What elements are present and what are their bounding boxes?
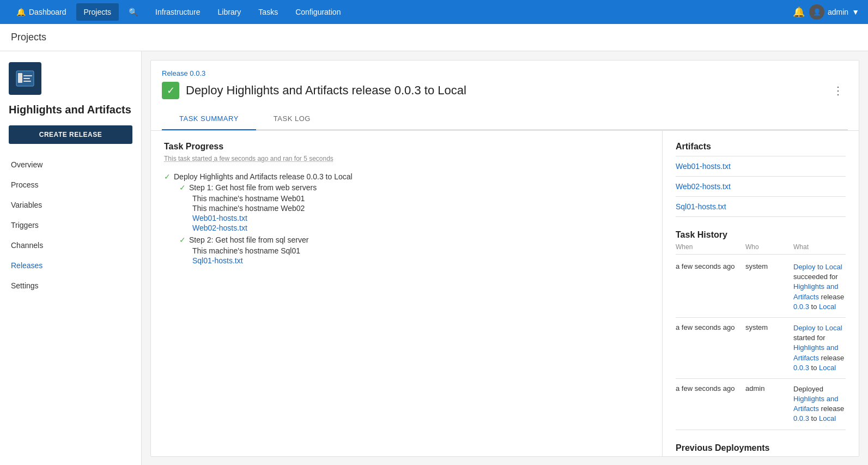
nav-library[interactable]: Library bbox=[210, 3, 249, 21]
sidebar-item-process[interactable]: Process bbox=[9, 175, 132, 195]
release-title: Deploy Highlights and Artifacts release … bbox=[186, 83, 822, 98]
sidebar-item-variables[interactable]: Variables bbox=[9, 195, 132, 215]
step1-child-3[interactable]: Web02-hosts.txt bbox=[192, 224, 649, 232]
step1-children: This machine's hostname Web01 This machi… bbox=[179, 194, 649, 232]
step2-check-icon: ✓ bbox=[179, 235, 186, 244]
history-1-link4[interactable]: Local bbox=[819, 364, 836, 372]
more-options-button[interactable]: ⋮ bbox=[828, 82, 848, 99]
started-time: a few seconds ago bbox=[214, 155, 268, 162]
history-1-who: system bbox=[745, 323, 789, 331]
svg-rect-2 bbox=[23, 75, 32, 76]
nav-tasks[interactable]: Tasks bbox=[251, 3, 286, 21]
root-task-item: ✓ Deploy Highlights and Artifacts releas… bbox=[164, 172, 649, 265]
step1-label: Step 1: Get host file from web servers bbox=[189, 183, 317, 192]
sidebar-settings-label: Settings bbox=[11, 281, 39, 290]
svg-rect-4 bbox=[23, 81, 31, 82]
sidebar-releases-label: Releases bbox=[11, 261, 43, 270]
history-1-link3[interactable]: 0.0.3 bbox=[793, 364, 809, 372]
step2-item: ✓ Step 2: Get host file from sql server … bbox=[179, 235, 649, 265]
step1-child-2-link: Web01-hosts.txt bbox=[192, 214, 247, 222]
sidebar-item-triggers[interactable]: Triggers bbox=[9, 215, 132, 235]
project-name: Highlights and Artifacts bbox=[9, 102, 132, 117]
step1-child-1: This machine's hostname Web02 bbox=[192, 204, 649, 213]
sidebar-item-channels[interactable]: Channels bbox=[9, 235, 132, 256]
tabs-row: TASK SUMMARY TASK LOG bbox=[162, 108, 848, 130]
task-history-title: Task History bbox=[676, 230, 846, 240]
page-title: Projects bbox=[11, 32, 857, 43]
project-logo-icon bbox=[15, 69, 35, 88]
col-when: When bbox=[676, 243, 741, 251]
artifact-1-link[interactable]: Web02-hosts.txt bbox=[676, 177, 846, 197]
sidebar-variables-label: Variables bbox=[11, 201, 42, 209]
step2-child-1[interactable]: Sql01-hosts.txt bbox=[192, 256, 649, 265]
history-1-mid3: to bbox=[811, 364, 819, 372]
search-icon: 🔍 bbox=[129, 8, 138, 16]
nav-dashboard[interactable]: 🔔 Dashboard bbox=[9, 3, 74, 21]
history-2-link2[interactable]: 0.0.3 bbox=[793, 414, 809, 422]
task-summary-panel: Task Progress This task started a few se… bbox=[151, 131, 663, 457]
success-check-icon: ✓ bbox=[162, 82, 179, 99]
right-panel: Artifacts Web01-hosts.txt Web02-hosts.tx… bbox=[663, 131, 859, 457]
tab-task-log[interactable]: TASK LOG bbox=[256, 108, 328, 130]
tab-task-summary[interactable]: TASK SUMMARY bbox=[162, 108, 256, 130]
nav-tasks-label: Tasks bbox=[258, 8, 278, 16]
sidebar-channels-label: Channels bbox=[11, 241, 43, 250]
history-0-link1[interactable]: Deploy to Local bbox=[793, 263, 842, 271]
nav-configuration[interactable]: Configuration bbox=[288, 3, 348, 21]
history-2-mid1: release bbox=[821, 404, 845, 413]
artifact-2-link[interactable]: Sql01-hosts.txt bbox=[676, 197, 846, 217]
artifacts-section: Artifacts Web01-hosts.txt Web02-hosts.tx… bbox=[676, 142, 846, 217]
history-1-link1[interactable]: Deploy to Local bbox=[793, 324, 842, 332]
chevron-down-icon: ▼ bbox=[852, 8, 859, 16]
create-release-button[interactable]: CREATE RELEASE bbox=[9, 125, 132, 144]
notifications-bell-icon[interactable]: 🔔 bbox=[793, 6, 805, 18]
step1-child-3-link: Web02-hosts.txt bbox=[192, 224, 247, 232]
history-0-link4[interactable]: Local bbox=[819, 303, 836, 311]
col-what: What bbox=[793, 243, 846, 251]
history-1-mid1: started for bbox=[793, 334, 825, 342]
step1-child-2[interactable]: Web01-hosts.txt bbox=[192, 214, 649, 222]
history-0-mid3: to bbox=[811, 303, 819, 311]
root-check-icon: ✓ bbox=[164, 172, 171, 181]
user-avatar-menu[interactable]: 👤 admin ▼ bbox=[809, 4, 859, 20]
col-who: Who bbox=[745, 243, 789, 251]
sidebar-process-label: Process bbox=[11, 180, 39, 189]
history-2-mid2: to bbox=[811, 414, 819, 422]
started-prefix: This task started bbox=[164, 155, 214, 162]
step1-check-icon: ✓ bbox=[179, 183, 186, 192]
nav-infrastructure-label: Infrastructure bbox=[155, 8, 200, 16]
project-icon bbox=[9, 62, 41, 95]
history-2-what: Deployed Highlights and Artifacts releas… bbox=[793, 384, 846, 424]
step2-label: Step 2: Get host file from sql server bbox=[189, 235, 308, 244]
history-1-mid2: release bbox=[821, 354, 845, 362]
release-breadcrumb-link[interactable]: Release 0.0.3 bbox=[162, 69, 848, 77]
nav-infrastructure[interactable]: Infrastructure bbox=[148, 3, 208, 21]
nav-projects-label: Projects bbox=[84, 8, 112, 16]
sidebar-item-releases[interactable]: Releases bbox=[9, 256, 132, 276]
nav-dashboard-label: Dashboard bbox=[29, 8, 66, 16]
sidebar-item-overview[interactable]: Overview bbox=[9, 155, 132, 175]
content-area: Release 0.0.3 ✓ Deploy Highlights and Ar… bbox=[150, 60, 859, 457]
step1-child-0: This machine's hostname Web01 bbox=[192, 194, 649, 203]
release-title-row: ✓ Deploy Highlights and Artifacts releas… bbox=[162, 82, 848, 99]
task-children: ✓ Step 1: Get host file from web servers… bbox=[164, 183, 649, 265]
username-label: admin bbox=[828, 8, 848, 16]
history-0-mid2: release bbox=[821, 293, 845, 301]
nav-library-label: Library bbox=[218, 8, 241, 16]
nav-projects[interactable]: Projects bbox=[76, 3, 119, 21]
history-2-when: a few seconds ago bbox=[676, 384, 741, 392]
artifact-0-link[interactable]: Web01-hosts.txt bbox=[676, 156, 846, 177]
history-0-what: Deploy to Local succeeded for Highlights… bbox=[793, 262, 846, 312]
task-started-text: This task started a few seconds ago and … bbox=[164, 155, 649, 162]
history-1-what: Deploy to Local started for Highlights a… bbox=[793, 323, 846, 373]
release-header: Release 0.0.3 ✓ Deploy Highlights and Ar… bbox=[151, 61, 859, 131]
nav-search-icon-btn[interactable]: 🔍 bbox=[121, 3, 145, 21]
history-0-link3[interactable]: 0.0.3 bbox=[793, 303, 809, 311]
task-progress-title: Task Progress bbox=[164, 142, 649, 152]
history-2-link3[interactable]: Local bbox=[819, 414, 836, 422]
page-header: Projects bbox=[0, 24, 868, 51]
history-0-when: a few seconds ago bbox=[676, 262, 741, 270]
dashboard-icon: 🔔 bbox=[16, 8, 26, 16]
history-0-mid1: succeeded for bbox=[793, 273, 838, 281]
sidebar-item-settings[interactable]: Settings bbox=[9, 276, 132, 296]
